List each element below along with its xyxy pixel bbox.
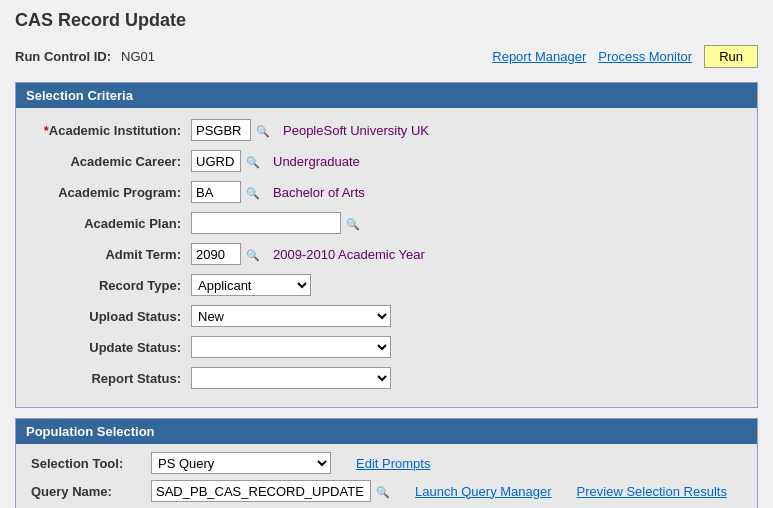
selection-criteria-section: Selection Criteria *Academic Institution… [15,82,758,408]
update-status-row: Update Status: Pending Complete [31,335,742,359]
preview-selection-results-link[interactable]: Preview Selection Results [577,484,727,499]
upload-status-controls: New Uploaded Error [191,305,391,327]
update-status-controls: Pending Complete [191,336,391,358]
query-name-input[interactable] [151,480,371,502]
academic-plan-lookup-icon[interactable] [346,216,360,230]
admit-term-desc: 2009-2010 Academic Year [273,247,425,262]
query-name-row: Query Name: Launch Query Manager Preview… [31,480,742,502]
upload-status-dropdown[interactable]: New Uploaded Error [191,305,391,327]
run-control-id-value: NG01 [121,49,155,64]
academic-plan-row: Academic Plan: [31,211,742,235]
record-type-label: Record Type: [31,278,191,293]
academic-program-row: Academic Program: Bachelor of Arts [31,180,742,204]
academic-program-desc: Bachelor of Arts [273,185,365,200]
selection-criteria-body: *Academic Institution: PeopleSoft Univer… [16,108,757,407]
report-status-row: Report Status: Pending Complete [31,366,742,390]
academic-plan-label: Academic Plan: [31,216,191,231]
academic-plan-controls [191,212,360,234]
academic-career-label: Academic Career: [31,154,191,169]
academic-career-input[interactable] [191,150,241,172]
upload-status-row: Upload Status: New Uploaded Error [31,304,742,328]
population-selection-header: Population Selection [16,419,757,444]
academic-institution-label: *Academic Institution: [31,123,191,138]
academic-program-input[interactable] [191,181,241,203]
academic-program-lookup-icon[interactable] [246,185,260,199]
admit-term-label: Admit Term: [31,247,191,262]
admit-term-row: Admit Term: 2009-2010 Academic Year [31,242,742,266]
academic-institution-lookup-icon[interactable] [256,123,270,137]
academic-institution-row: *Academic Institution: PeopleSoft Univer… [31,118,742,142]
page-title: CAS Record Update [15,10,758,31]
run-button[interactable]: Run [704,45,758,68]
admit-term-input[interactable] [191,243,241,265]
record-type-row: Record Type: Applicant Student [31,273,742,297]
update-status-dropdown[interactable]: Pending Complete [191,336,391,358]
selection-tool-row: Selection Tool: PS Query Equation Engine… [31,452,742,474]
query-name-lookup-icon[interactable] [376,484,390,498]
query-name-label: Query Name: [31,484,151,499]
run-control-row: Run Control ID: NG01 Report Manager Proc… [15,45,758,68]
academic-plan-input[interactable] [191,212,341,234]
academic-institution-input[interactable] [191,119,251,141]
population-selection-body: Selection Tool: PS Query Equation Engine… [16,444,757,508]
academic-career-controls: Undergraduate [191,150,360,172]
academic-career-desc: Undergraduate [273,154,360,169]
record-type-dropdown[interactable]: Applicant Student [191,274,311,296]
population-selection-section: Population Selection Selection Tool: PS … [15,418,758,508]
report-status-label: Report Status: [31,371,191,386]
run-control-id-label: Run Control ID: [15,49,111,64]
launch-query-manager-link[interactable]: Launch Query Manager [415,484,552,499]
academic-institution-desc: PeopleSoft University UK [283,123,429,138]
selection-tool-label: Selection Tool: [31,456,151,471]
admit-term-controls: 2009-2010 Academic Year [191,243,425,265]
academic-program-label: Academic Program: [31,185,191,200]
academic-career-row: Academic Career: Undergraduate [31,149,742,173]
admit-term-lookup-icon[interactable] [246,247,260,261]
edit-prompts-link[interactable]: Edit Prompts [356,456,430,471]
selection-tool-dropdown[interactable]: PS Query Equation Engine [151,452,331,474]
record-type-controls: Applicant Student [191,274,311,296]
nav-links: Report Manager Process Monitor Run [492,45,758,68]
update-status-label: Update Status: [31,340,191,355]
report-status-dropdown[interactable]: Pending Complete [191,367,391,389]
upload-status-label: Upload Status: [31,309,191,324]
selection-criteria-header: Selection Criteria [16,83,757,108]
report-status-controls: Pending Complete [191,367,391,389]
academic-career-lookup-icon[interactable] [246,154,260,168]
selection-tool-controls: PS Query Equation Engine Edit Prompts [151,452,430,474]
process-monitor-link[interactable]: Process Monitor [598,49,692,64]
query-name-controls: Launch Query Manager Preview Selection R… [151,480,727,502]
report-manager-link[interactable]: Report Manager [492,49,586,64]
academic-program-controls: Bachelor of Arts [191,181,365,203]
academic-institution-controls: PeopleSoft University UK [191,119,429,141]
